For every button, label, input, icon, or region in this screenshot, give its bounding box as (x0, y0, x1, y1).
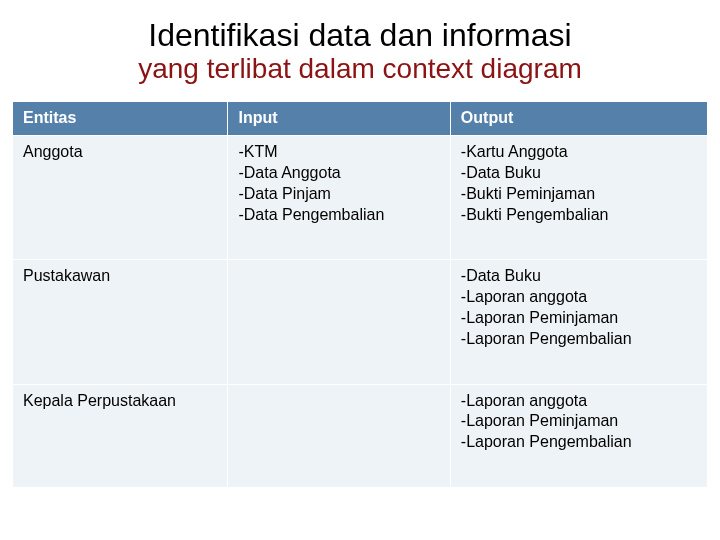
cell-entitas: Anggota (13, 136, 228, 260)
title-line-1: Identifikasi data dan informasi (52, 18, 668, 53)
cell-entitas: Pustakawan (13, 260, 228, 384)
table-row: Kepala Perpustakaan -Laporan anggota -La… (13, 384, 708, 487)
cell-input (228, 260, 450, 384)
cell-output: -Data Buku -Laporan anggota -Laporan Pem… (450, 260, 707, 384)
table-header-row: Entitas Input Output (13, 102, 708, 136)
cell-output: -Laporan anggota -Laporan Peminjaman -La… (450, 384, 707, 487)
cell-input (228, 384, 450, 487)
header-input: Input (228, 102, 450, 136)
context-table: Entitas Input Output Anggota -KTM -Data … (12, 101, 708, 488)
table-row: Pustakawan -Data Buku -Laporan anggota -… (13, 260, 708, 384)
slide: Identifikasi data dan informasi yang ter… (0, 0, 720, 540)
cell-output: -Kartu Anggota -Data Buku -Bukti Peminja… (450, 136, 707, 260)
header-entitas: Entitas (13, 102, 228, 136)
header-output: Output (450, 102, 707, 136)
title-line-2: yang terlibat dalam context diagram (52, 53, 668, 85)
table-row: Anggota -KTM -Data Anggota -Data Pinjam … (13, 136, 708, 260)
cell-entitas: Kepala Perpustakaan (13, 384, 228, 487)
cell-input: -KTM -Data Anggota -Data Pinjam -Data Pe… (228, 136, 450, 260)
slide-title: Identifikasi data dan informasi yang ter… (12, 18, 708, 85)
